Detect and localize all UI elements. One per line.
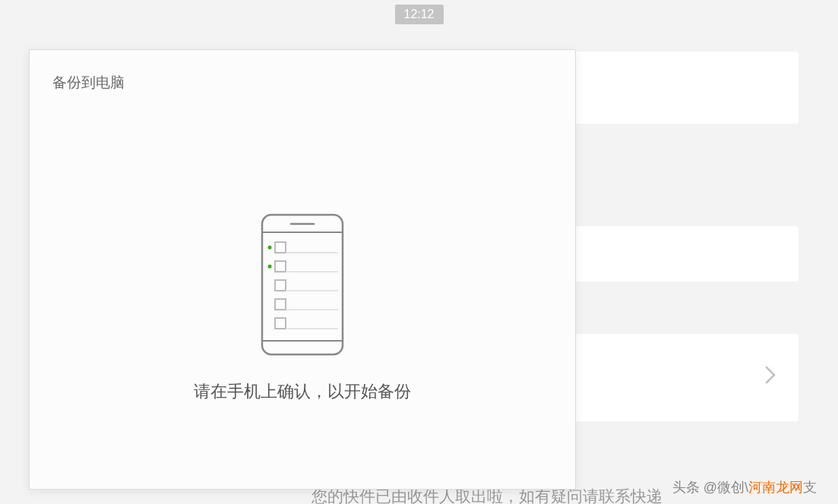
watermark-prefix: 头条 @微创\ xyxy=(672,480,748,495)
watermark-suffix: 支 xyxy=(803,480,817,495)
phone-illustration-icon xyxy=(261,213,344,359)
watermark-highlight: 河南龙网 xyxy=(748,480,803,495)
svg-rect-10 xyxy=(275,280,286,291)
timestamp-badge: 12:12 xyxy=(394,5,443,24)
modal-message: 请在手机上确认，以开始备份 xyxy=(194,380,411,403)
svg-rect-8 xyxy=(275,261,286,272)
modal-title: 备份到电脑 xyxy=(52,73,125,93)
backup-modal: 备份到电脑 请在手机上确认，以开始备份 xyxy=(29,49,576,490)
svg-rect-12 xyxy=(275,299,286,310)
svg-point-4 xyxy=(268,246,272,250)
chevron-right-icon xyxy=(765,366,776,389)
svg-rect-0 xyxy=(262,215,343,354)
svg-rect-14 xyxy=(275,318,286,329)
svg-point-7 xyxy=(268,265,272,269)
svg-rect-5 xyxy=(275,242,286,253)
watermark-text: 头条 @微创\河南龙网支 xyxy=(672,478,817,496)
